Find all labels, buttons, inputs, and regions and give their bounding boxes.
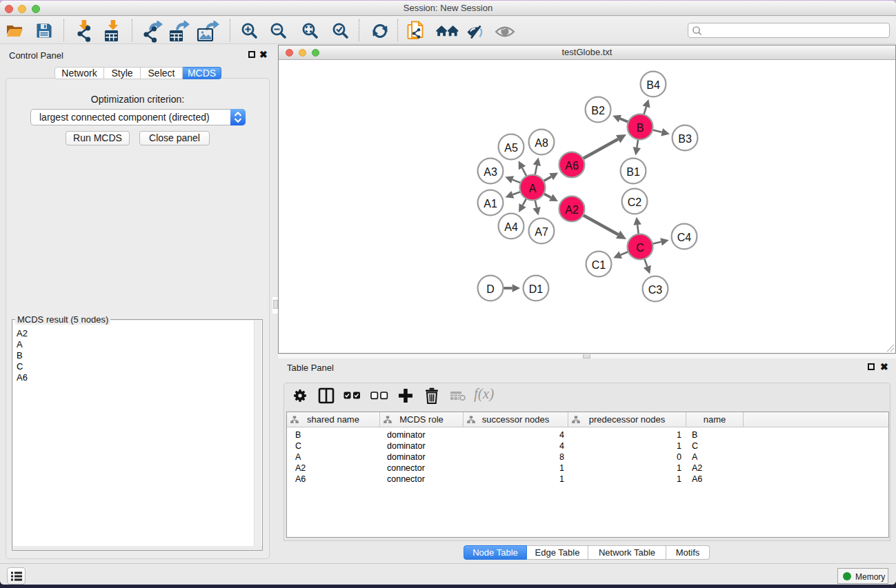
svg-text:A8: A8 <box>535 137 548 149</box>
svg-text:B2: B2 <box>591 105 605 116</box>
svg-text:A7: A7 <box>535 226 548 238</box>
svg-text:D1: D1 <box>529 283 544 295</box>
svg-text:A1: A1 <box>484 198 497 210</box>
svg-text:C3: C3 <box>648 284 663 296</box>
svg-text:A6: A6 <box>565 160 579 172</box>
svg-text:B3: B3 <box>678 133 692 145</box>
svg-text:D: D <box>486 283 495 295</box>
svg-text:C4: C4 <box>677 232 692 243</box>
svg-text:B1: B1 <box>626 166 640 178</box>
svg-text:C2: C2 <box>628 196 642 208</box>
svg-text:B4: B4 <box>646 79 660 91</box>
svg-text:B: B <box>637 122 644 134</box>
svg-text:A: A <box>529 183 537 194</box>
svg-text:A5: A5 <box>504 142 518 154</box>
svg-text:A2: A2 <box>565 204 579 216</box>
svg-text:C1: C1 <box>592 259 606 271</box>
svg-text:A3: A3 <box>484 166 497 178</box>
svg-text:A4: A4 <box>504 221 518 233</box>
svg-text:C: C <box>636 242 644 254</box>
